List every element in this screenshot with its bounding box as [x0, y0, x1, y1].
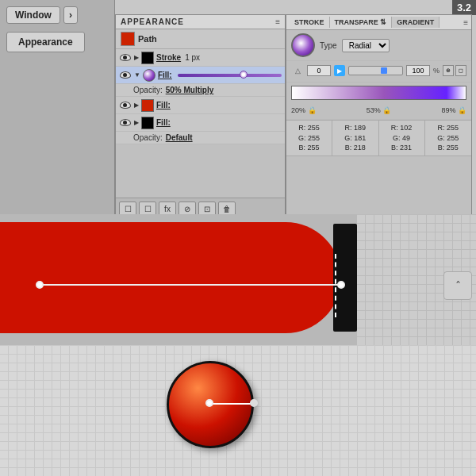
angle-icon: △ [291, 64, 304, 77]
stroke-value: 1 px [185, 53, 200, 62]
gradient-panel-menu[interactable]: ≡ [463, 18, 468, 27]
slider-thumb[interactable] [381, 67, 387, 74]
eye-shape-3 [120, 102, 131, 109]
path-row: Path [116, 29, 285, 49]
stop-label-89: 89% 🔒 [441, 106, 466, 114]
stroke-expand-icon[interactable]: ▶ [134, 54, 139, 61]
panel-header: APPEARANCE ≡ [116, 15, 285, 29]
fill-black-visibility-icon[interactable] [119, 117, 132, 129]
stroke-row: ▶ Stroke 1 px [116, 49, 285, 67]
rgb-cell-4: R: 255G: 255B: 255 [425, 121, 471, 156]
canvas-area: ˄ [0, 214, 476, 476]
version-badge: 3.2 [452, 0, 476, 15]
fill-gradient-preview[interactable] [143, 69, 155, 82]
gradient-slider[interactable] [348, 66, 403, 75]
opacity-value[interactable]: 50% Multiply [166, 86, 214, 94]
pct-label: % [433, 67, 440, 75]
canvas-bottom [0, 345, 476, 476]
rgb-cell-1: R: 255G: 255B: 255 [286, 121, 332, 156]
black-border [333, 224, 357, 332]
stop-label-20: 20% 🔒 [291, 106, 317, 114]
circle-handle-line [209, 403, 256, 405]
appearance-panel: APPEARANCE ≡ Path ▶ Stroke 1 px ▼ Fill: … [115, 14, 286, 221]
gradient-type-row: Type Radial Linear [286, 30, 471, 61]
opacity-default-value[interactable]: Default [166, 133, 193, 142]
gradient-bar[interactable] [291, 86, 466, 100]
canvas-top: ˄ [0, 214, 476, 345]
path-color-icon [121, 32, 135, 46]
arrow-button[interactable]: › [63, 6, 78, 24]
eye-shape-2 [120, 71, 131, 79]
fill-red-swatch[interactable] [141, 99, 154, 112]
gradient-preview-circle [291, 33, 315, 57]
circle-handle-dot[interactable] [250, 399, 258, 407]
top-toolbar-area: Window › Appearance [0, 0, 115, 214]
opacity-row: Opacity: 50% Multiply [116, 84, 285, 97]
gradient-panel: STROKE TRANSPARE ⇅ GRADIENT ≡ Type Radia… [286, 14, 472, 221]
gradient-controls: △ ▶ % ⊕ ◻ [286, 61, 471, 83]
tab-gradient[interactable]: GRADIENT [392, 17, 440, 28]
panel-title: APPEARANCE [121, 17, 184, 26]
eye-shape-4 [120, 119, 131, 126]
icon-buttons: ⊕ ◻ [443, 65, 466, 76]
path-end-point[interactable] [337, 281, 345, 289]
fill-black-swatch[interactable] [141, 117, 154, 129]
opacity-label: Opacity: [133, 86, 163, 94]
fill-gradient-thumb[interactable] [240, 71, 248, 79]
slider-right-input[interactable] [406, 65, 430, 76]
appearance-button[interactable]: Appearance [6, 32, 85, 52]
fill-gradient-visibility-icon[interactable] [119, 70, 132, 81]
fill-black-expand-icon[interactable]: ▶ [134, 119, 139, 126]
icon-btn-1[interactable]: ⊕ [443, 65, 454, 76]
tab-stroke[interactable]: STROKE [290, 17, 330, 28]
chevron-up-icon: ˄ [455, 279, 461, 292]
panel-menu-icon[interactable]: ≡ [275, 17, 280, 26]
opacity-default-label: Opacity: [133, 133, 163, 142]
stroke-visibility-icon[interactable] [119, 52, 132, 63]
fill-gradient-row: ▼ Fill: [116, 67, 285, 84]
fill-red-row: ▶ Fill: [116, 97, 285, 114]
stop-labels: 20% 🔒 53% 🔒 89% 🔒 [291, 100, 466, 116]
gradient-bar-area: 20% 🔒 53% 🔒 89% 🔒 [286, 83, 471, 120]
fill-gradient-slider[interactable] [178, 74, 282, 77]
fill-red-visibility-icon[interactable] [119, 100, 132, 111]
gradient-angle-row: △ ▶ % ⊕ ◻ [291, 64, 466, 77]
play-button[interactable]: ▶ [334, 65, 345, 76]
path-line [40, 284, 341, 286]
path-label: Path [138, 34, 157, 44]
window-button-group: Window › [6, 6, 78, 24]
fill-gradient-label[interactable]: Fill: [158, 71, 172, 79]
gradient-type-select[interactable]: Radial Linear [342, 39, 390, 52]
fill-red-label[interactable]: Fill: [156, 101, 171, 109]
fill-black-row: ▶ Fill: [116, 114, 285, 132]
gradient-type-label: Type [320, 41, 337, 50]
tab-transparency[interactable]: TRANSPARE ⇅ [330, 17, 393, 28]
opacity-default-row: Opacity: Default [116, 132, 285, 144]
rgb-grid: R: 255G: 255B: 255 R: 189G: 181B: 218 R:… [286, 120, 471, 156]
stop-label-53: 53% 🔒 [367, 106, 392, 114]
eye-shape [120, 54, 131, 61]
stroke-color-swatch[interactable] [141, 52, 154, 64]
dashed-line [335, 254, 336, 317]
red-band [0, 222, 341, 333]
window-button[interactable]: Window [6, 6, 60, 24]
fill-black-label[interactable]: Fill: [156, 118, 171, 127]
path-start-point[interactable] [36, 281, 44, 289]
fill-red-expand-icon[interactable]: ▶ [134, 102, 139, 109]
stroke-label[interactable]: Stroke [156, 53, 181, 62]
fill-gradient-expand-icon[interactable]: ▼ [134, 71, 140, 79]
rgb-cell-2: R: 189G: 181B: 218 [332, 121, 378, 156]
circle-center-dot[interactable] [205, 399, 213, 407]
icon-btn-2[interactable]: ◻ [455, 65, 466, 76]
chevron-up-button[interactable]: ˄ [443, 271, 472, 300]
angle-input[interactable] [307, 65, 331, 76]
gradient-panel-header: STROKE TRANSPARE ⇅ GRADIENT ≡ [286, 15, 471, 30]
rgb-cell-3: R: 102G: 49B: 231 [379, 121, 425, 156]
